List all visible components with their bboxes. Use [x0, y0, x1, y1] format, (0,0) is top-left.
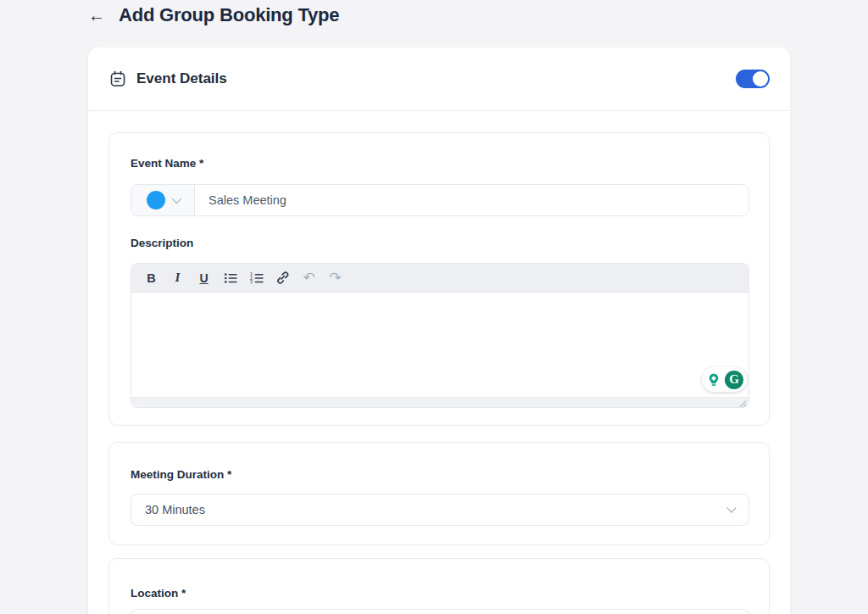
bulleted-list-button[interactable] [217, 266, 243, 290]
meeting-duration-section: Meeting Duration * 30 Minutes [108, 442, 770, 545]
undo-button[interactable]: ↶ [296, 266, 322, 290]
toggle-knob [753, 71, 768, 87]
event-name-label: Event Name * [131, 157, 203, 170]
event-name-section: Event Name * Description B I U [108, 132, 770, 426]
underline-button[interactable]: U [191, 266, 217, 290]
event-name-input[interactable] [195, 185, 748, 215]
event-details-toggle[interactable] [736, 70, 770, 88]
editor-toolbar: B I U 1 2 3 [131, 264, 748, 293]
meeting-duration-label: Meeting Duration * [131, 468, 231, 481]
location-label: Location * [131, 587, 186, 600]
chevron-down-icon [726, 503, 736, 512]
back-arrow-icon: ← [88, 6, 105, 25]
page: ← Add Group Booking Type Event Details E… [0, 0, 868, 614]
redo-button[interactable]: ↷ [322, 266, 348, 290]
description-label: Description [131, 237, 193, 249]
back-button[interactable]: ← [88, 7, 105, 24]
description-input[interactable] [131, 293, 748, 397]
italic-button[interactable]: I [164, 266, 191, 290]
page-title: Add Group Booking Type [119, 4, 339, 26]
meeting-duration-value: 30 Minutes [145, 503, 205, 516]
color-swatch-dropdown[interactable] [131, 185, 195, 215]
bold-button[interactable]: B [138, 266, 164, 290]
event-details-card: Event Details Event Name * Description B… [88, 47, 790, 614]
page-header: ← Add Group Booking Type [88, 0, 339, 31]
event-note-icon [108, 70, 127, 88]
location-section: Location * [108, 558, 770, 614]
event-color-dot [147, 191, 165, 209]
editor-scrollbar[interactable] [131, 397, 748, 408]
section-title: Event Details [136, 70, 227, 87]
svg-text:3: 3 [250, 279, 253, 284]
description-editor: B I U 1 2 3 [131, 263, 749, 408]
card-header: Event Details [88, 47, 790, 111]
location-select[interactable] [131, 609, 749, 614]
link-button[interactable] [270, 266, 296, 290]
chevron-down-icon [172, 194, 181, 204]
numbered-list-button[interactable]: 1 2 3 [243, 266, 270, 290]
grammarly-logo-icon: G [725, 371, 743, 389]
grammarly-widget[interactable]: G [702, 367, 747, 392]
event-name-input-group [131, 184, 749, 216]
meeting-duration-select[interactable]: 30 Minutes [131, 494, 749, 526]
resize-handle-icon[interactable] [735, 398, 747, 407]
grammarly-suggestion-icon [705, 371, 722, 388]
